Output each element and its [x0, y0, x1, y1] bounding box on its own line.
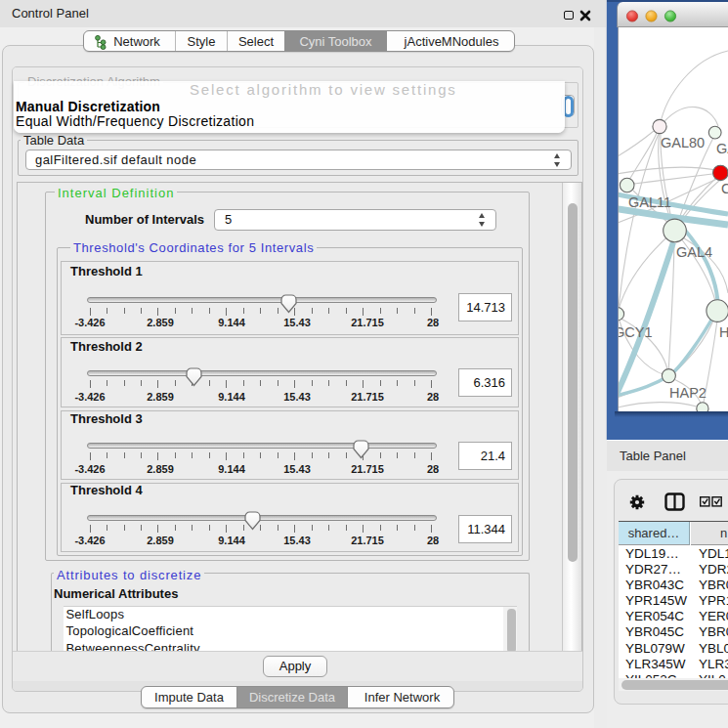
svg-text:GCY1: GCY1 [619, 324, 653, 340]
svg-text:HAP2: HAP2 [669, 385, 707, 401]
svg-text:GAL11: GAL11 [628, 194, 671, 210]
svg-text:GA: GA [716, 141, 728, 156]
svg-text:GAL80: GAL80 [661, 135, 705, 150]
svg-text:H: H [719, 324, 728, 340]
svg-text:C: C [721, 181, 728, 196]
svg-text:GAL4: GAL4 [676, 244, 712, 260]
